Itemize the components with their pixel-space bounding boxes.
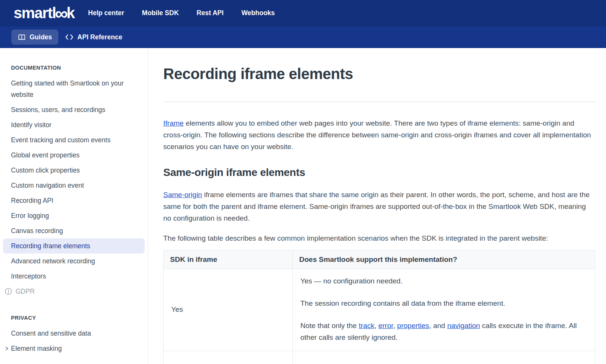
cell-support-details: Yes — no configuration needed. The sessi… xyxy=(293,269,595,351)
same-origin-link[interactable]: Same-origin xyxy=(163,191,202,199)
support-note: Note that only the track, error, propert… xyxy=(300,320,587,343)
support-line-2: The session recording contains all data … xyxy=(300,297,587,309)
sidebar-section-documentation: DOCUMENTATION xyxy=(0,65,148,71)
api-reference-label: API Reference xyxy=(77,33,122,41)
same-origin-heading: Same-origin iframe elements xyxy=(163,166,595,179)
page-body: DOCUMENTATION Getting started with Smart… xyxy=(0,48,606,364)
sidebar-item-gdpr-label: GDPR xyxy=(16,286,35,297)
sidebar-item-canvas-recording[interactable]: Canvas recording xyxy=(3,223,145,238)
track-link[interactable]: track xyxy=(359,322,374,330)
code-icon xyxy=(65,34,73,40)
error-link[interactable]: error xyxy=(378,322,393,330)
privacy-list: Consent and sensitive data Element maski… xyxy=(0,326,148,356)
article-content: Recording iframe elements Iframe element… xyxy=(148,48,606,364)
intro-paragraph-text: elements allow you to embed other web pa… xyxy=(163,119,591,151)
table-header-row: SDK in iframe Does Smartlook support thi… xyxy=(164,250,595,269)
top-navigation-bar: smartl∞k Help center Mobile SDK Rest API… xyxy=(0,0,606,26)
note-sep2: , xyxy=(393,322,397,330)
primary-nav: Help center Mobile SDK Rest API Webhooks xyxy=(88,9,275,17)
sidebar-item-interceptors[interactable]: Interceptors xyxy=(3,269,145,284)
sidebar-item-custom-navigation-event[interactable]: Custom navigation event xyxy=(3,178,145,193)
cell-sdk-in-iframe-yes: Yes xyxy=(164,269,293,351)
documentation-list: Getting started with Smartlook on your w… xyxy=(0,76,148,299)
table-row-cutoff xyxy=(164,351,595,364)
cell-cutoff-2 xyxy=(293,351,595,364)
sidebar-item-custom-click-properties[interactable]: Custom click properties xyxy=(3,163,145,178)
sidebar-privacy-section: PRIVACY Consent and sensitive data Eleme… xyxy=(0,315,148,356)
implementation-table: SDK in iframe Does Smartlook support thi… xyxy=(163,250,595,364)
iframe-link[interactable]: Iframe xyxy=(163,119,184,127)
navigation-link[interactable]: navigation xyxy=(447,322,480,330)
cell-cutoff-1 xyxy=(164,351,293,364)
nav-item-help-center[interactable]: Help center xyxy=(88,9,124,17)
same-origin-paragraph-text: iframe elements are iframes that share t… xyxy=(163,191,590,222)
guides-button-label: Guides xyxy=(30,33,52,41)
sidebar-item-recording-api[interactable]: Recording API xyxy=(3,193,145,208)
api-reference-link[interactable]: API Reference xyxy=(65,33,122,41)
chevron-right-icon xyxy=(5,345,9,352)
logo-text-pre: smartl xyxy=(14,5,56,20)
nav-item-mobile-sdk[interactable]: Mobile SDK xyxy=(142,9,179,17)
sidebar-item-gdpr[interactable]: GDPR xyxy=(3,284,145,299)
table-intro-paragraph: The following table describes a few comm… xyxy=(163,232,595,244)
note-sep1: , xyxy=(374,322,378,330)
logo-text-post: k xyxy=(67,5,75,20)
support-line-1: Yes — no configuration needed. xyxy=(300,275,587,287)
sidebar-item-event-tracking[interactable]: Event tracking and custom events xyxy=(3,132,145,148)
sidebar-item-getting-started[interactable]: Getting started with Smartlook on your w… xyxy=(3,76,145,102)
sidebar: DOCUMENTATION Getting started with Smart… xyxy=(0,48,148,364)
book-icon xyxy=(18,34,26,41)
nav-item-webhooks[interactable]: Webhooks xyxy=(241,9,275,17)
note-pre: Note that only the xyxy=(300,322,359,330)
alert-circle-icon xyxy=(5,288,12,295)
sidebar-item-element-masking-label: Element masking xyxy=(11,343,62,354)
sidebar-item-consent-sensitive-data[interactable]: Consent and sensitive data xyxy=(3,326,145,341)
sidebar-item-element-masking[interactable]: Element masking xyxy=(3,341,145,356)
sidebar-item-recording-iframe-elements[interactable]: Recording iframe elements xyxy=(3,238,145,254)
sidebar-item-global-event-properties[interactable]: Global event properties xyxy=(3,148,145,163)
sidebar-item-advanced-network-recording[interactable]: Advanced network recording xyxy=(3,254,145,269)
properties-link[interactable]: properties xyxy=(397,322,430,330)
sub-navigation-bar: Guides API Reference xyxy=(0,26,606,48)
col-header-sdk-in-iframe: SDK in iframe xyxy=(164,250,293,269)
note-sep3: , and xyxy=(429,322,447,330)
nav-item-rest-api[interactable]: Rest API xyxy=(197,9,223,17)
smartlook-logo[interactable]: smartl∞k xyxy=(14,5,75,20)
sidebar-section-privacy: PRIVACY xyxy=(0,315,148,321)
table-row: Yes Yes — no configuration needed. The s… xyxy=(164,269,595,351)
sidebar-item-sessions-users-recordings[interactable]: Sessions, users, and recordings xyxy=(3,102,145,117)
sidebar-item-identify-visitor[interactable]: Identify visitor xyxy=(3,117,145,132)
sidebar-item-error-logging[interactable]: Error logging xyxy=(3,208,145,223)
col-header-support: Does Smartlook support this implementati… xyxy=(293,250,595,269)
page-title: Recording iframe elements xyxy=(163,65,595,82)
title-divider xyxy=(163,101,595,102)
same-origin-paragraph: Same-origin iframe elements are iframes … xyxy=(163,189,595,224)
guides-button[interactable]: Guides xyxy=(11,30,58,45)
intro-paragraph: Iframe elements allow you to embed other… xyxy=(163,117,595,152)
